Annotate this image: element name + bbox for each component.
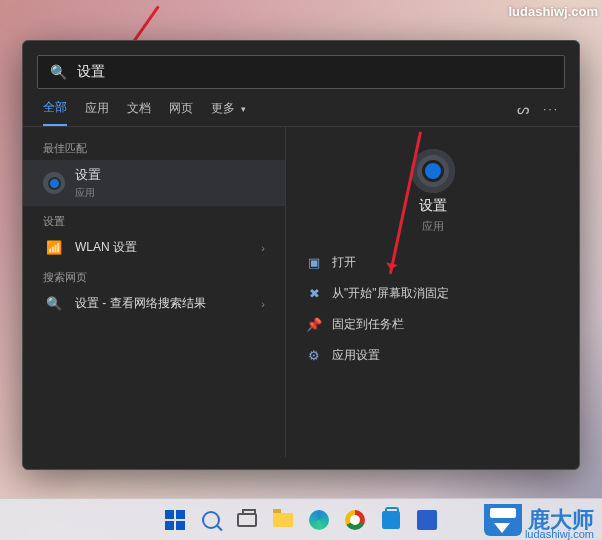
result-title: 设置 - 查看网络搜索结果 [75, 295, 206, 312]
action-label: 从"开始"屏幕取消固定 [332, 285, 449, 302]
watermark-text: ludashiwj.com [508, 4, 598, 19]
chevron-right-icon: › [261, 242, 265, 254]
unpin-icon: ✖ [306, 286, 322, 301]
result-detail-panel: 设置 应用 ▣ 打开 ✖ 从"开始"屏幕取消固定 📌 固定到任务栏 ⚙ [285, 127, 579, 457]
tab-more-label: 更多 [211, 101, 235, 115]
section-settings: 设置 [23, 206, 285, 233]
search-icon: 🔍 [43, 296, 65, 311]
wifi-icon: 📶 [43, 240, 65, 255]
result-web-search[interactable]: 🔍 设置 - 查看网络搜索结果 › [23, 289, 285, 318]
open-icon: ▣ [306, 255, 322, 270]
results-body: 最佳匹配 设置 应用 设置 📶 WLAN 设置 › 搜索网页 🔍 设置 - 查看… [23, 127, 579, 457]
result-title: WLAN 设置 [75, 239, 137, 256]
store-button[interactable] [376, 505, 406, 535]
tab-all[interactable]: 全部 [43, 99, 67, 126]
word-button[interactable] [412, 505, 442, 535]
detail-subtitle: 应用 [422, 219, 444, 234]
edge-button[interactable] [304, 505, 334, 535]
account-icon[interactable]: ᔕ [517, 101, 529, 117]
detail-title: 设置 [419, 197, 447, 215]
brand-icon [484, 504, 522, 536]
chevron-right-icon: › [261, 298, 265, 310]
search-window: 🔍 全部 应用 文档 网页 更多 ▾ ᔕ ··· 最佳匹配 设置 应用 设置 [22, 40, 580, 470]
action-unpin-start[interactable]: ✖ 从"开始"屏幕取消固定 [296, 279, 569, 308]
start-button[interactable] [160, 505, 190, 535]
tab-more[interactable]: 更多 ▾ [211, 100, 246, 125]
tab-apps[interactable]: 应用 [85, 100, 109, 125]
action-label: 打开 [332, 254, 356, 271]
search-tabs: 全部 应用 文档 网页 更多 ▾ ᔕ ··· [23, 89, 579, 127]
action-label: 固定到任务栏 [332, 316, 404, 333]
gear-icon [411, 149, 455, 193]
detail-header: 设置 应用 [296, 149, 569, 234]
tab-web[interactable]: 网页 [169, 100, 193, 125]
action-open[interactable]: ▣ 打开 [296, 248, 569, 277]
detail-actions: ▣ 打开 ✖ 从"开始"屏幕取消固定 📌 固定到任务栏 ⚙ 应用设置 [296, 248, 569, 370]
chrome-button[interactable] [340, 505, 370, 535]
brand-sub: ludashiwj.com [525, 528, 594, 540]
explorer-button[interactable] [268, 505, 298, 535]
search-input[interactable] [77, 64, 552, 80]
gear-icon [43, 172, 65, 194]
chevron-down-icon: ▾ [241, 104, 246, 114]
section-web: 搜索网页 [23, 262, 285, 289]
gear-icon: ⚙ [306, 348, 322, 363]
more-icon[interactable]: ··· [543, 102, 559, 116]
result-wlan-settings[interactable]: 📶 WLAN 设置 › [23, 233, 285, 262]
result-settings-app[interactable]: 设置 应用 [23, 160, 285, 206]
action-label: 应用设置 [332, 347, 380, 364]
search-bar[interactable]: 🔍 [37, 55, 565, 89]
result-title: 设置 [75, 166, 101, 184]
search-icon: 🔍 [50, 64, 67, 80]
action-pin-taskbar[interactable]: 📌 固定到任务栏 [296, 310, 569, 339]
result-subtitle: 应用 [75, 186, 101, 200]
taskbar-search-button[interactable] [196, 505, 226, 535]
results-left-column: 最佳匹配 设置 应用 设置 📶 WLAN 设置 › 搜索网页 🔍 设置 - 查看… [23, 127, 285, 457]
tab-documents[interactable]: 文档 [127, 100, 151, 125]
section-best-match: 最佳匹配 [23, 133, 285, 160]
task-view-button[interactable] [232, 505, 262, 535]
action-app-settings[interactable]: ⚙ 应用设置 [296, 341, 569, 370]
pin-icon: 📌 [306, 317, 322, 332]
